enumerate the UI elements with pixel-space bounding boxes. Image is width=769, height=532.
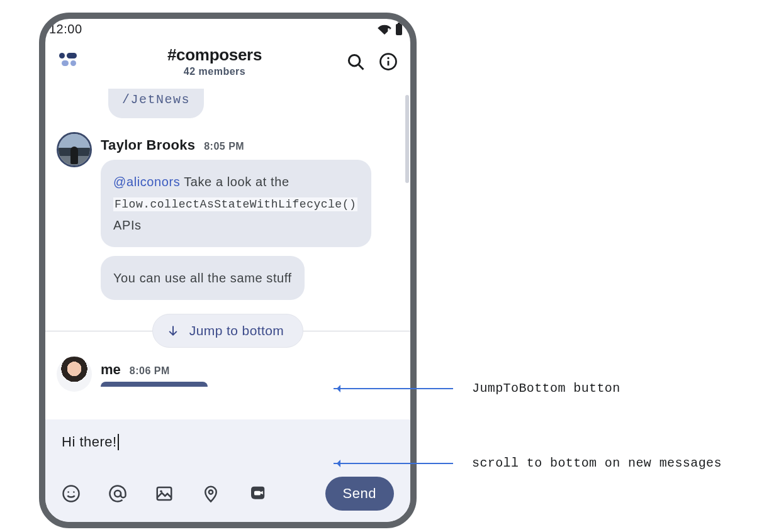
battery-icon (395, 23, 403, 35)
message-list[interactable]: /JetNews Taylor Brooks 8:05 PM @aliconor… (45, 89, 410, 419)
annotation-label: scroll to bottom on new messages (472, 456, 722, 470)
svg-rect-0 (388, 28, 390, 32)
channel-title: #composers (83, 45, 346, 65)
wifi-alert-icon (378, 23, 391, 35)
svg-point-16 (209, 490, 213, 494)
message-time: 8:05 PM (204, 141, 244, 152)
svg-rect-2 (398, 23, 400, 24)
svg-point-4 (349, 55, 360, 66)
message-text: Take a look at the (180, 175, 289, 189)
svg-point-15 (160, 490, 162, 493)
send-button[interactable]: Send (325, 477, 394, 511)
avatar[interactable] (57, 132, 92, 167)
emoji-icon[interactable] (62, 484, 81, 503)
app-logo[interactable] (58, 49, 83, 74)
jump-to-bottom-button[interactable]: Jump to bottom (152, 314, 303, 348)
avatar-me[interactable] (57, 357, 92, 392)
message-composer: Hi there! (45, 419, 410, 522)
svg-point-13 (115, 490, 121, 497)
message-author: Taylor Brooks (101, 137, 195, 153)
message-author: me (101, 362, 121, 378)
message-text: APIs (113, 218, 142, 232)
phone-frame: 12:00 #composers 42 members (39, 13, 417, 528)
location-icon[interactable] (201, 484, 220, 503)
svg-rect-14 (157, 487, 172, 500)
channel-subtitle: 42 members (83, 66, 346, 77)
svg-point-12 (73, 491, 75, 493)
svg-rect-17 (254, 491, 261, 496)
annotation-arrow-2: scroll to bottom on new messages (334, 456, 722, 470)
message-bubble: You can use all the same stuff (101, 256, 305, 300)
svg-point-10 (64, 486, 79, 502)
inline-code: Flow.collectAsStateWithLifecycle() (113, 197, 357, 211)
svg-point-11 (67, 491, 69, 493)
svg-rect-1 (388, 33, 390, 35)
svg-point-8 (387, 57, 389, 58)
status-time: 12:00 (49, 22, 82, 36)
mention[interactable]: @aliconors (113, 175, 180, 189)
video-icon[interactable] (248, 484, 267, 503)
text-caret (118, 434, 119, 450)
svg-rect-3 (396, 24, 402, 35)
info-icon[interactable] (379, 52, 398, 71)
compose-input[interactable]: Hi there! (62, 434, 394, 450)
annotation-arrow-1: JumpToBottom button (334, 381, 620, 396)
image-icon[interactable] (155, 484, 174, 503)
compose-text: Hi there! (62, 434, 117, 450)
arrow-down-icon (167, 324, 179, 337)
app-bar: #composers 42 members (45, 39, 410, 89)
mention-icon[interactable] (108, 484, 127, 503)
svg-line-5 (359, 65, 364, 70)
jump-to-bottom-row: Jump to bottom (45, 314, 410, 348)
message-bubble: @aliconors Take a look at the Flow.colle… (101, 160, 371, 247)
message-group: Taylor Brooks 8:05 PM @aliconors Take a … (57, 132, 399, 309)
message-time: 8:06 PM (130, 365, 170, 377)
scrollbar[interactable] (405, 95, 409, 183)
message-bubble-partial (101, 382, 208, 387)
search-icon[interactable] (346, 52, 365, 71)
status-bar: 12:00 (45, 19, 410, 39)
jump-to-bottom-label: Jump to bottom (189, 323, 284, 338)
truncated-message-bubble: /JetNews (108, 89, 204, 118)
annotation-label: JumpToBottom button (472, 381, 620, 396)
